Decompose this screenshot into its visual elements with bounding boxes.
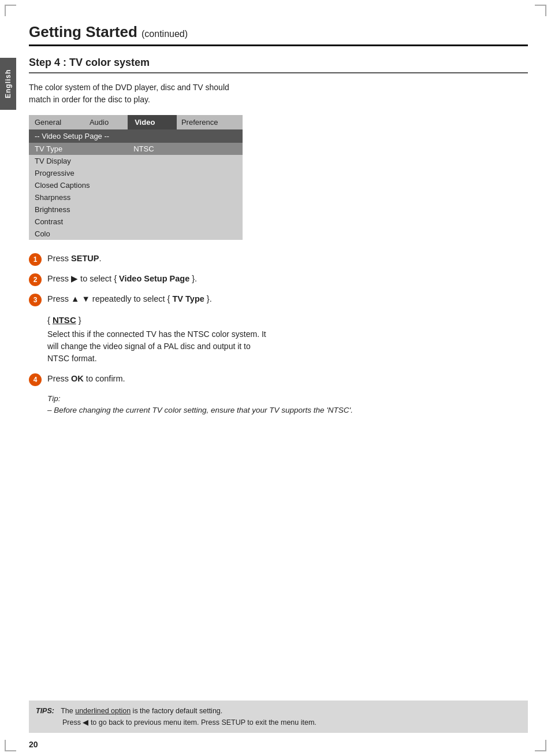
tab-general: General (29, 115, 84, 129)
menu-row-contrast: Contrast (29, 216, 243, 228)
step-4-num: 4 (29, 373, 42, 386)
corner-bl (5, 740, 16, 751)
menu-value-tvtype: NTSC (128, 143, 243, 155)
page-title-text: Getting Started (29, 23, 137, 40)
menu-row-closedcaptions: Closed Captions (29, 179, 243, 191)
tips-line1: The underlined option is the factory def… (61, 707, 222, 715)
ntsc-section: { NTSC } Select this if the connected TV… (47, 313, 528, 365)
menu-row-tvdisplay: TV Display (29, 155, 243, 167)
tab-audio: Audio (84, 115, 128, 129)
tip-text: – Before changing the current TV color s… (47, 405, 528, 416)
step-1: 1 Press SETUP. (29, 253, 528, 266)
step-1-text: Press SETUP. (47, 253, 528, 265)
menu-section-label: -- Video Setup Page -- (29, 129, 243, 143)
step-3-num: 3 (29, 294, 42, 306)
menu-row-progressive: Progressive (29, 167, 243, 179)
main-content: Getting Started (continued) Step 4 : TV … (29, 0, 528, 417)
menu-label-brightness: Brightness (29, 203, 243, 216)
setup-menu: General Audio Video Preference -- Video … (29, 115, 243, 240)
menu-label-closedcaptions: Closed Captions (29, 179, 243, 191)
menu-row-brightness: Brightness (29, 203, 243, 216)
page-wrapper: English Getting Started (continued) Step… (0, 0, 551, 756)
ntsc-description: Select this if the connected TV has the … (47, 328, 267, 365)
tip-label: Tip: (47, 393, 528, 405)
step-2-num: 2 (29, 273, 42, 286)
intro-text: The color system of the DVD player, disc… (29, 81, 248, 106)
page-title-suffix: (continued) (142, 29, 188, 39)
tips-label: TIPS: (36, 707, 54, 715)
tab-video: Video (128, 115, 177, 129)
tips-line1-before: The (61, 707, 75, 715)
menu-label-tvdisplay: TV Display (29, 155, 243, 167)
english-tab-label: English (4, 69, 12, 98)
step-2-text: Press ▶ to select { Video Setup Page }. (47, 273, 528, 286)
page-title: Getting Started (continued) (29, 23, 528, 46)
menu-label-sharpness: Sharpness (29, 191, 243, 203)
step-2: 2 Press ▶ to select { Video Setup Page }… (29, 273, 528, 286)
tip-section: Tip: – Before changing the current TV co… (47, 393, 528, 417)
section-header: Step 4 : TV color system (29, 57, 528, 73)
english-tab: English (0, 58, 16, 110)
step-1-num: 1 (29, 253, 42, 266)
steps: 1 Press SETUP. 2 Press ▶ to select { Vid… (29, 253, 528, 417)
tips-line2: Press ◀ to go back to previous menu item… (62, 718, 317, 727)
menu-row-colo: Colo (29, 228, 243, 240)
page-number: 20 (29, 740, 38, 749)
corner-br (535, 740, 546, 751)
step-3-text: Press ▲ ▼ repeatedly to select { TV Type… (47, 293, 528, 306)
menu-label-colo: Colo (29, 228, 243, 240)
step-4-text: Press OK to confirm. (47, 373, 528, 386)
ntsc-label: { NTSC } (47, 313, 528, 327)
corner-tr (535, 5, 546, 16)
tips-underlined-option: underlined option (75, 707, 131, 715)
tab-preference: Preference (177, 115, 243, 129)
menu-section-row: -- Video Setup Page -- (29, 129, 243, 143)
tips-line1-after: is the factory default setting. (131, 707, 222, 715)
menu-label-contrast: Contrast (29, 216, 243, 228)
bottom-tips-bar: TIPS: The underlined option is the facto… (29, 701, 528, 733)
corner-tl (5, 5, 16, 16)
menu-label-tvtype: TV Type (29, 143, 128, 155)
menu-row-sharpness: Sharpness (29, 191, 243, 203)
menu-row-tvtype: TV Type NTSC (29, 143, 243, 155)
step-3: 3 Press ▲ ▼ repeatedly to select { TV Ty… (29, 293, 528, 306)
ntsc-label-text: NTSC (53, 315, 76, 325)
step-4: 4 Press OK to confirm. (29, 373, 528, 386)
menu-tab-header: General Audio Video Preference (29, 115, 243, 129)
menu-label-progressive: Progressive (29, 167, 243, 179)
